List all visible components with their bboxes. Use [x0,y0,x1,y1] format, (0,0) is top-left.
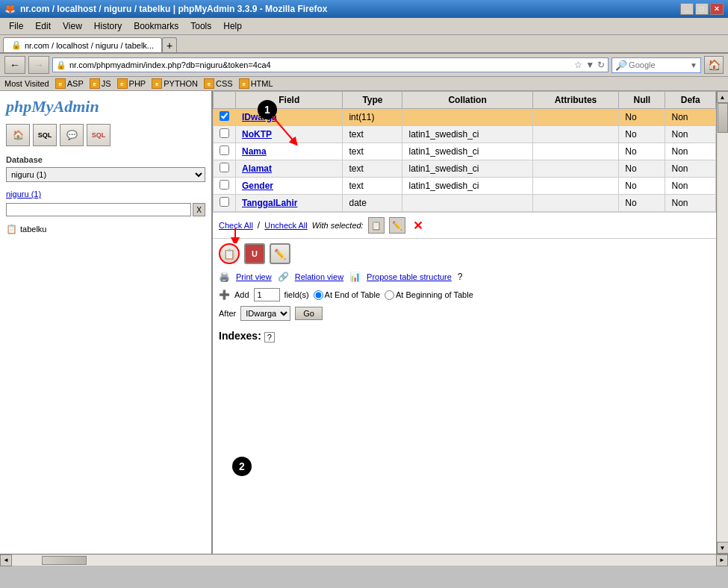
annotation-circle-2: 2 [232,457,252,476]
after-select[interactable]: IDwarga [240,306,290,321]
menu-file[interactable]: File [3,19,29,33]
menu-bar: File Edit View History Bookmarks Tools H… [0,18,728,35]
table-row: Nama text latin1_swedish_ci No Non [214,143,716,160]
new-tab-button[interactable]: + [162,37,177,52]
database-select[interactable]: niguru (1) [6,167,205,182]
fields-label: field(s) [284,290,309,299]
null-cell-tanggallahir: No [619,195,665,212]
scroll-up-btn[interactable]: ▲ [717,91,729,103]
col-type: Type [343,92,402,109]
sidebar-table-tabelku[interactable]: 📋 tabelku [6,222,205,236]
row-checkbox-alamat[interactable] [220,163,229,172]
address-input[interactable] [69,60,571,69]
field-name-idwarga[interactable]: IDwarga [242,112,277,122]
field-name-noktp[interactable]: NoKTP [242,129,272,140]
menu-edit[interactable]: Edit [29,19,57,33]
table-relation-btn[interactable]: U [244,243,265,264]
field-cell-noktp: NoKTP [236,126,343,143]
sidebar-db-link[interactable]: niguru (1) [6,190,205,198]
indexes-help-icon[interactable]: ? [264,332,275,343]
window-title-left: 🦊 nr.com / localhost / niguru / tabelku … [4,4,327,14]
menu-view[interactable]: View [57,19,88,33]
table-structure-btn[interactable]: 📋 [219,243,240,264]
scroll-down-btn[interactable]: ▼ [717,542,729,554]
bookmark-css[interactable]: e CSS [204,78,233,89]
minimize-button[interactable]: _ [680,3,694,15]
window-title-bar: 🦊 nr.com / localhost / niguru / tabelku … [0,0,728,18]
col-default: Defa [665,92,716,109]
collation-cell-nama: latin1_swedish_ci [402,143,532,160]
null-cell-noktp: No [619,126,665,143]
add-label: Add [234,290,249,299]
back-button[interactable]: ← [4,56,25,74]
h-scroll-track [12,555,716,566]
comment-icon-btn[interactable]: 💬 [60,124,84,146]
sql2-icon-btn[interactable]: SQL [87,124,111,146]
bookmark-html[interactable]: e HTML [239,78,273,89]
table-row: IDwarga int(11) No Non [214,109,716,126]
close-button[interactable]: ✕ [710,3,724,15]
logo-myadmin: MyAdmin [31,97,99,116]
search-input[interactable] [629,60,688,69]
star-icon[interactable]: ☆ [574,60,582,70]
field-count-input[interactable] [254,288,280,301]
row-checkbox-gender[interactable] [220,180,229,190]
field-name-tanggallahir[interactable]: TanggalLahir [242,198,297,208]
row-checkbox-noktp[interactable] [220,128,229,138]
default-cell-nama: Non [665,143,716,160]
collation-cell-idwarga [402,109,532,126]
collation-cell-noktp: latin1_swedish_ci [402,126,532,143]
forward-button[interactable]: → [28,56,49,74]
menu-bookmarks[interactable]: Bookmarks [128,19,184,33]
go-button[interactable]: Go [295,307,323,320]
field-cell-nama: Nama [236,143,343,160]
scroll-thumb[interactable] [718,103,728,133]
home-icon-btn[interactable]: 🏠 [6,124,30,146]
action-row: Check All / Uncheck All With selected: 📋… [213,212,716,238]
default-cell-noktp: Non [665,126,716,143]
row-checkbox-idwarga[interactable] [220,111,229,121]
css-icon: e [204,78,214,89]
relation-view-link[interactable]: Relation view [295,272,343,281]
uncheck-all-link[interactable]: Uncheck All [264,221,307,230]
home-button[interactable]: 🏠 [704,56,724,74]
edit-selected-btn[interactable]: ✏️ [389,217,405,234]
sidebar-search-btn[interactable]: X [193,203,205,216]
search-wrap: 🔎 ▼ [612,57,701,73]
maximize-button[interactable]: □ [695,3,709,15]
browser-tab-active[interactable]: 🔒 nr.com / localhost / niguru / tabelk..… [3,37,162,52]
table-edit-btn[interactable]: ✏️ [270,243,290,264]
check-all-link[interactable]: Check All [219,221,253,230]
h-scroll-thumb[interactable] [42,556,87,565]
print-view-link[interactable]: Print view [236,272,272,281]
at-beginning-text: At Beginning of Table [396,290,473,299]
menu-tools[interactable]: Tools [184,19,217,33]
row-checkbox-nama[interactable] [220,146,229,155]
field-name-gender[interactable]: Gender [242,181,273,191]
table-name: tabelku [20,225,46,234]
browse-selected-btn[interactable]: 📋 [368,217,385,234]
sidebar-search-input[interactable] [6,203,191,216]
at-beginning-radio[interactable] [385,290,394,300]
scroll-left-btn[interactable]: ◄ [0,554,12,566]
address-input-wrap: 🔒 ☆ ▼ ↻ [52,57,609,72]
at-end-radio[interactable] [314,290,323,300]
delete-selected-btn[interactable]: ✕ [410,217,426,234]
python-icon: e [152,78,162,89]
bookmark-python[interactable]: e PYTHON [152,78,198,89]
menu-help[interactable]: Help [217,19,248,33]
bookmark-php[interactable]: e PHP [117,78,146,89]
scroll-right-btn[interactable]: ► [716,554,728,566]
propose-help-icon[interactable]: ? [458,272,463,282]
refresh-icon[interactable]: ↻ [597,60,605,70]
menu-history[interactable]: History [88,19,128,33]
bookmark-asp[interactable]: e ASP [55,78,84,89]
bookmark-js[interactable]: e JS [90,78,111,89]
type-cell-alamat: text [343,160,402,178]
row-checkbox-tanggallahir[interactable] [220,197,229,207]
field-name-nama[interactable]: Nama [242,146,267,157]
propose-table-link[interactable]: Propose table structure [367,272,452,281]
dropdown-icon[interactable]: ▼ [585,60,594,70]
field-name-alamat[interactable]: Alamat [242,163,272,174]
sql-icon-btn[interactable]: SQL [33,124,57,146]
